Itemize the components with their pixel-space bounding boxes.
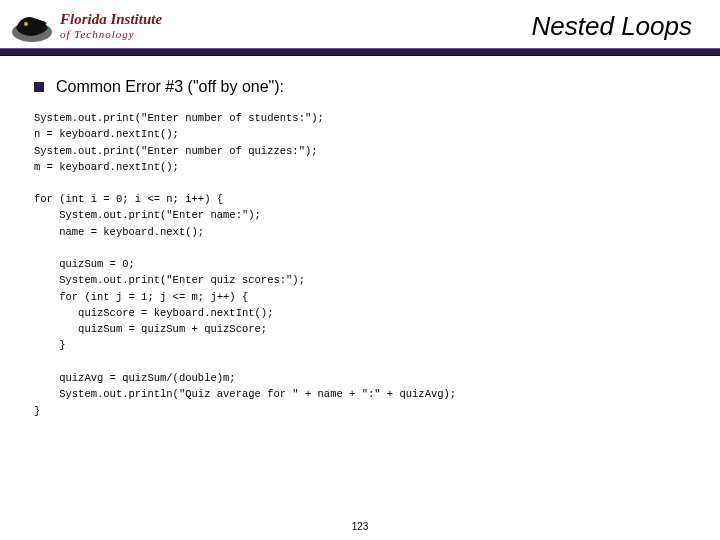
logo-block: Florida Institute of Technology	[10, 8, 162, 44]
slide-title: Nested Loops	[532, 11, 692, 42]
institution-line2: of Technology	[60, 29, 162, 40]
bullet-text: Common Error #3 ("off by one"):	[56, 78, 284, 96]
panther-logo-icon	[10, 8, 54, 44]
code-block-1: System.out.print("Enter number of studen…	[34, 110, 686, 175]
slide-header: Florida Institute of Technology Nested L…	[0, 0, 720, 48]
page-number: 123	[0, 521, 720, 532]
divider-bar	[0, 48, 720, 56]
svg-point-1	[24, 22, 28, 26]
bullet-row: Common Error #3 ("off by one"):	[34, 78, 686, 96]
institution-text: Florida Institute of Technology	[60, 12, 162, 40]
code-block-2: for (int i = 0; i <= n; i++) { System.ou…	[34, 191, 686, 419]
square-bullet-icon	[34, 82, 44, 92]
slide-content: Common Error #3 ("off by one"): System.o…	[0, 56, 720, 419]
institution-line1: Florida Institute	[60, 12, 162, 27]
